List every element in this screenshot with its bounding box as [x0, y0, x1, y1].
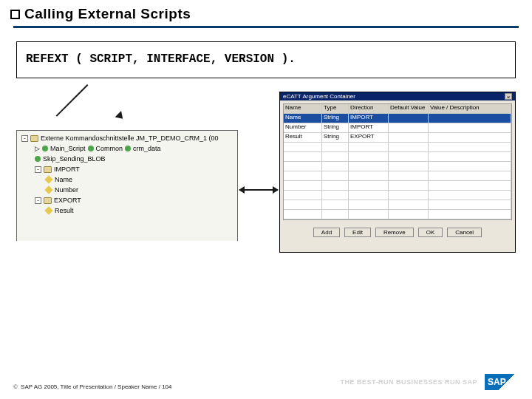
tree-import-item[interactable]: Number [18, 185, 236, 195]
title-rule [13, 26, 519, 28]
tree-import-label: IMPORT [54, 164, 80, 174]
tree-import-item[interactable]: Name [18, 174, 236, 185]
folder-icon [44, 197, 52, 204]
tree-export-row[interactable]: - EXPORT [18, 195, 236, 205]
arrow-horizontal-double-icon [239, 189, 278, 191]
grid-cell: String [322, 123, 349, 132]
footer-text: SAP AG 2005, Title of Presentation / Spe… [21, 383, 171, 390]
grid-row[interactable] [284, 200, 511, 210]
tree-export-item1: Result [55, 205, 74, 216]
dialog-title: eCATT Argument Container [283, 93, 355, 100]
tree-import-item2: Number [55, 185, 78, 195]
diamond-icon [44, 185, 52, 194]
dialog-titlebar: eCATT Argument Container × [280, 92, 515, 100]
ok-button[interactable]: OK [418, 228, 443, 237]
slide-title-row: Calling External Scripts [0, 0, 532, 22]
tree-import-row[interactable]: - IMPORT [18, 164, 236, 174]
grid-cell [429, 114, 511, 123]
green-dot-icon [42, 146, 48, 151]
slide-footer: © SAP AG 2005, Title of Presentation / S… [13, 374, 519, 390]
tree-main-script-row[interactable]: ▷ Main_Script Common crm_data [18, 143, 236, 154]
grid-row[interactable] [284, 162, 511, 171]
folder-icon [44, 166, 52, 173]
middle-area: - Externe Kommandoschnittstelle JM_TP_DE… [0, 78, 532, 270]
tree-skip-label: Skip_Sending_BLOB [43, 154, 106, 164]
cancel-button[interactable]: Cancel [447, 228, 482, 237]
grid-cell [429, 123, 511, 132]
add-button[interactable]: Add [313, 228, 340, 237]
grid-cell [389, 114, 429, 123]
tree-main-suffix: crm_data [133, 143, 161, 154]
argument-container-dialog: eCATT Argument Container × Name Type Dir… [279, 92, 516, 253]
grid-cell [429, 133, 511, 142]
remove-button[interactable]: Remove [375, 228, 414, 237]
tree-main-mid: Common [96, 143, 123, 154]
collapse-icon[interactable]: - [35, 166, 41, 173]
grid-cell: IMPORT [349, 114, 389, 123]
grid-cell: IMPORT [349, 123, 389, 132]
slide-title: Calling External Scripts [24, 6, 191, 22]
sap-logo-icon: SAP [485, 374, 519, 390]
grid-row[interactable]: Name String IMPORT [284, 114, 511, 123]
tree-export-label: EXPORT [54, 195, 81, 205]
green-dot-icon [35, 156, 41, 162]
grid-cell: Number [284, 123, 322, 132]
footer-left: © SAP AG 2005, Title of Presentation / S… [13, 383, 172, 390]
grid-header: Name [284, 104, 322, 113]
grid-row[interactable] [284, 210, 511, 219]
grid-cell: Result [284, 133, 322, 142]
close-icon[interactable]: × [505, 93, 512, 100]
grid-row[interactable]: Number String IMPORT [284, 123, 511, 133]
collapse-icon[interactable]: - [21, 135, 28, 142]
grid-cell: String [322, 133, 349, 142]
grid-header-row: Name Type Direction Default Value Value … [284, 104, 511, 114]
diamond-icon [44, 206, 52, 214]
copyright-icon: © [13, 383, 18, 390]
dialog-button-row: Add Edit Remove OK Cancel [280, 223, 515, 240]
collapse-icon[interactable]: - [35, 197, 41, 204]
grid-cell: EXPORT [349, 133, 389, 142]
grid-row[interactable]: Result String EXPORT [284, 133, 511, 143]
diamond-icon [44, 175, 52, 183]
grid-row[interactable] [284, 143, 511, 152]
edit-button[interactable]: Edit [344, 228, 371, 237]
grid-header: Type [322, 104, 349, 113]
grid-row[interactable] [284, 152, 511, 162]
green-dot-icon [88, 146, 94, 151]
code-line: REFEXT ( SCRIPT, INTERFACE, VERSION ). [26, 52, 296, 66]
tree-root-label: Externe Kommandoschnittstelle JM_TP_DEMO… [41, 133, 219, 143]
green-dot-icon [125, 146, 131, 151]
tree-export-item[interactable]: Result [18, 205, 236, 216]
grid-cell: String [322, 114, 349, 123]
grid-header: Direction [349, 104, 389, 113]
grid-cell: Name [284, 114, 322, 123]
code-example-box: REFEXT ( SCRIPT, INTERFACE, VERSION ). [16, 41, 516, 78]
footer-right: THE BEST-RUN BUSINESSES RUN SAP SAP [340, 374, 519, 390]
arrow-diagonal-head-icon [115, 111, 126, 122]
title-bullet-icon [10, 10, 20, 19]
tree-root-row[interactable]: - Externe Kommandoschnittstelle JM_TP_DE… [18, 133, 236, 143]
argument-grid: Name Type Direction Default Value Value … [283, 103, 512, 220]
tree-import-item1: Name [55, 174, 72, 185]
tree-main-prefix: Main_Script [50, 143, 86, 154]
footer-tagline: THE BEST-RUN BUSINESSES RUN SAP [340, 378, 477, 386]
tree-skip-row[interactable]: Skip_Sending_BLOB [18, 154, 236, 164]
arrow-diagonal-line [56, 84, 89, 117]
grid-row[interactable] [284, 171, 511, 181]
grid-cell [389, 123, 429, 132]
tree-panel: - Externe Kommandoschnittstelle JM_TP_DE… [16, 130, 238, 241]
grid-row[interactable] [284, 191, 511, 200]
triangle-icon: ▷ [35, 143, 40, 154]
grid-header: Value / Description [429, 104, 511, 113]
folder-icon [30, 135, 38, 142]
grid-cell [389, 133, 429, 142]
grid-row[interactable] [284, 181, 511, 191]
grid-header: Default Value [389, 104, 429, 113]
